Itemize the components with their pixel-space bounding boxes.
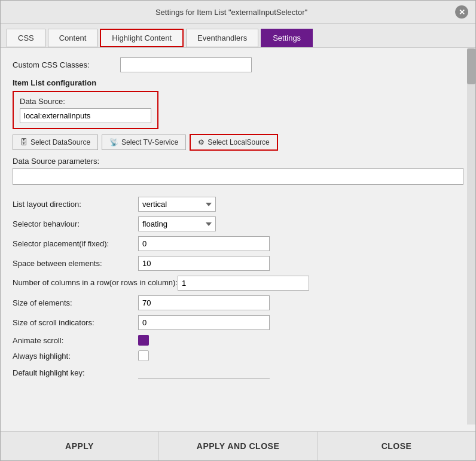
datasource-box: Data Source: bbox=[13, 91, 158, 129]
selector-behaviour-row: Selector behaviour: floating fixed none bbox=[13, 216, 463, 231]
title-bar: Settings for Item List "externalInputSel… bbox=[1, 1, 475, 24]
custom-css-row: Custom CSS Classes: bbox=[13, 57, 463, 72]
tab-css[interactable]: CSS bbox=[7, 29, 45, 47]
tab-bar: CSS Content Highlight Content Eventhandl… bbox=[1, 24, 475, 48]
space-between-row: Space between elements: bbox=[13, 256, 463, 271]
select-datasource-button[interactable]: 🗄 Select DataSource bbox=[13, 135, 98, 150]
animate-scroll-row: Animate scroll: bbox=[13, 335, 463, 346]
selector-behaviour-label: Selector behaviour: bbox=[13, 219, 138, 228]
space-between-label: Space between elements: bbox=[13, 259, 138, 268]
list-layout-select[interactable]: vertical horizontal bbox=[138, 197, 216, 212]
default-highlight-input-container bbox=[138, 367, 270, 379]
default-highlight-label: Default highlight key: bbox=[13, 368, 138, 377]
apply-button[interactable]: APPLY bbox=[1, 432, 159, 460]
tab-content[interactable]: Content bbox=[48, 29, 98, 47]
default-highlight-input[interactable] bbox=[138, 367, 270, 378]
selector-behaviour-select[interactable]: floating fixed none bbox=[138, 216, 216, 231]
selector-placement-row: Selector placement(if fixed): bbox=[13, 236, 463, 251]
item-list-config-label: Item List configuration bbox=[13, 78, 463, 87]
selector-placement-input[interactable] bbox=[138, 236, 270, 251]
close-button[interactable]: CLOSE bbox=[318, 432, 475, 460]
tab-settings[interactable]: Settings bbox=[261, 29, 313, 47]
default-highlight-row: Default highlight key: bbox=[13, 366, 463, 379]
tab-highlight-content[interactable]: Highlight Content bbox=[100, 29, 184, 47]
dialog-title: Settings for Item List "externalInputSel… bbox=[8, 8, 455, 17]
list-layout-label: List layout direction: bbox=[13, 200, 138, 209]
gear-icon: ⚙ bbox=[198, 138, 205, 146]
data-source-input[interactable] bbox=[20, 108, 151, 123]
tv-icon: 📡 bbox=[109, 138, 118, 146]
scrollbar-thumb[interactable] bbox=[467, 48, 475, 84]
animate-scroll-label: Animate scroll: bbox=[13, 336, 138, 345]
selector-placement-label: Selector placement(if fixed): bbox=[13, 239, 138, 248]
size-elements-label: Size of elements: bbox=[13, 298, 138, 307]
animate-scroll-checkbox[interactable] bbox=[138, 335, 149, 346]
size-elements-row: Size of elements: bbox=[13, 295, 463, 310]
select-tvservice-button[interactable]: 📡 Select TV-Service bbox=[102, 135, 186, 150]
custom-css-input[interactable] bbox=[120, 57, 252, 72]
custom-css-label: Custom CSS Classes: bbox=[13, 60, 120, 69]
settings-content: Custom CSS Classes: Item List configurat… bbox=[1, 48, 475, 431]
num-columns-label: Number of columns in a row(or rows in co… bbox=[13, 278, 178, 288]
source-button-group: 🗄 Select DataSource 📡 Select TV-Service … bbox=[13, 134, 463, 151]
always-highlight-label: Always highlight: bbox=[13, 352, 138, 361]
footer: APPLY APPLY AND CLOSE CLOSE bbox=[1, 431, 475, 460]
num-columns-row: Number of columns in a row(or rows in co… bbox=[13, 276, 463, 291]
always-highlight-checkbox[interactable] bbox=[138, 350, 149, 361]
always-highlight-row: Always highlight: bbox=[13, 350, 463, 361]
settings-dialog: Settings for Item List "externalInputSel… bbox=[0, 0, 476, 461]
size-scroll-input[interactable] bbox=[138, 315, 270, 330]
data-source-params-input[interactable] bbox=[13, 168, 463, 185]
params-row: Data Source parameters: bbox=[13, 157, 463, 191]
scrollbar-track bbox=[467, 48, 475, 425]
select-localsource-button[interactable]: ⚙ Select LocalSource bbox=[190, 134, 277, 151]
data-source-label: Data Source: bbox=[20, 97, 151, 106]
tab-eventhandlers[interactable]: Eventhandlers bbox=[186, 29, 258, 47]
database-icon: 🗄 bbox=[20, 138, 28, 146]
size-elements-input[interactable] bbox=[138, 295, 270, 310]
close-dialog-button[interactable]: ✕ bbox=[455, 5, 468, 19]
apply-close-button[interactable]: APPLY AND CLOSE bbox=[159, 432, 318, 460]
params-label: Data Source parameters: bbox=[13, 157, 463, 166]
list-layout-row: List layout direction: vertical horizont… bbox=[13, 197, 463, 212]
size-scroll-row: Size of scroll indicators: bbox=[13, 315, 463, 330]
space-between-input[interactable] bbox=[138, 256, 270, 271]
num-columns-input[interactable] bbox=[178, 276, 309, 291]
size-scroll-label: Size of scroll indicators: bbox=[13, 318, 138, 327]
